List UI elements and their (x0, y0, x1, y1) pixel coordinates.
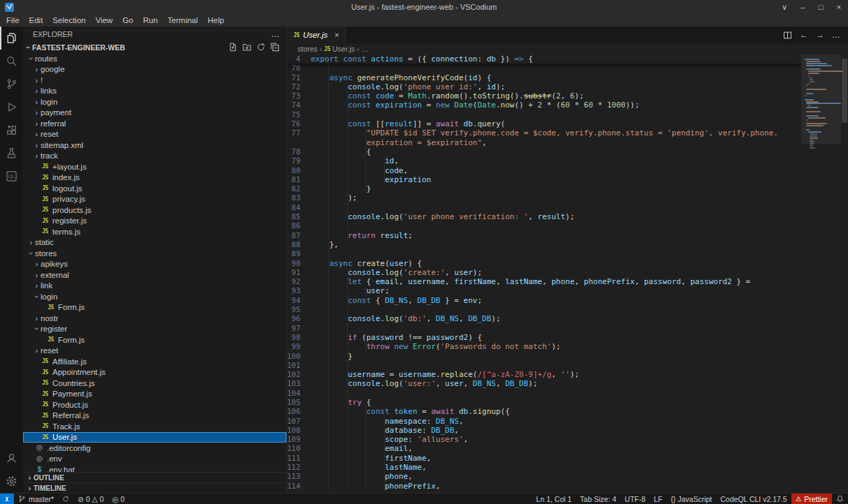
minimize-button[interactable]: – (794, 0, 812, 14)
scrollbar-thumb[interactable] (842, 59, 847, 123)
tree-item[interactable]: JSterms.js (23, 226, 286, 237)
code-line[interactable]: 4export const actions = ({ connection: d… (287, 54, 801, 64)
code-line[interactable]: 70 (287, 64, 801, 73)
code-line[interactable]: 111firstName, (287, 454, 801, 463)
status-item[interactable] (832, 494, 848, 504)
menu-edit[interactable]: Edit (24, 16, 48, 24)
code-line[interactable]: 101 (287, 361, 801, 370)
code-line[interactable]: 71async generatePhoneVerifyCode(id) { (287, 73, 801, 82)
menu-view[interactable]: View (91, 16, 118, 24)
code-line[interactable]: 75 (287, 110, 801, 119)
tree-item[interactable]: JSCountries.js (23, 378, 286, 389)
menu-selection[interactable]: Selection (47, 16, 90, 24)
new-folder-icon[interactable] (242, 43, 251, 52)
status-item-prettier[interactable]: ⚠Prettier (791, 494, 832, 504)
tree-item[interactable]: ›link (23, 281, 286, 292)
code-line[interactable]: 86 (287, 221, 801, 230)
tree-item[interactable]: JSindex.js (23, 172, 286, 184)
code-line[interactable]: 92let { email, username, firstName, last… (287, 277, 801, 286)
code-line[interactable]: 82} (287, 184, 801, 193)
close-icon[interactable]: × (335, 31, 339, 39)
tree-item[interactable]: JSAppointment.js (23, 367, 286, 378)
tree-item[interactable]: .env (23, 454, 286, 465)
code-line[interactable]: expiration = $expiration", (287, 138, 801, 147)
tree-item[interactable]: JSprivacy.js (23, 194, 286, 205)
code-line[interactable]: 72console.log('phone user id:', id); (287, 82, 801, 91)
code-line[interactable]: 85console.log('user phone verification: … (287, 212, 801, 221)
breadcrumb-item[interactable]: stores (298, 45, 318, 53)
status-item-codeql-cli-v2-17-5[interactable]: CodeQL CLI v2.17.5 (716, 494, 791, 504)
code-line[interactable]: 87return result; (287, 231, 801, 240)
code-line[interactable]: 88}, (287, 240, 801, 249)
editor-scrollbar[interactable] (841, 54, 848, 493)
code-line[interactable]: 78{ (287, 147, 801, 156)
tree-item[interactable]: JSproducts.js (23, 205, 286, 216)
code-line[interactable]: 79id, (287, 156, 801, 165)
code-line[interactable]: 114phonePrefix, (287, 482, 801, 491)
tree-item[interactable]: JSForm.js (23, 302, 286, 313)
code-line[interactable]: 96console.log('db:', DB_NS, DB_DB); (287, 314, 801, 323)
code-line[interactable]: 106const token = await db.signup({ (287, 407, 801, 416)
project-section-header[interactable]: › FASTEST-ENGINEER-WEB (23, 41, 286, 53)
code-line[interactable]: 98if (password !== password2) { (287, 333, 801, 342)
code-line[interactable]: 77"UPDATE $id SET verify.phone.code = $c… (287, 128, 801, 138)
status-item[interactable] (0, 494, 14, 504)
status-item-lf[interactable]: LF (650, 494, 666, 504)
code-line[interactable]: 73const code = Math.random().toString().… (287, 91, 801, 101)
files-icon[interactable] (0, 27, 23, 50)
code-line[interactable]: 74const expiration = new Date(Date.now()… (287, 101, 801, 110)
code-line[interactable]: 109scope: 'allusers', (287, 435, 801, 444)
status-item-utf-8[interactable]: UTF-8 (620, 494, 650, 504)
tree-item[interactable]: JSUser.js (23, 432, 286, 443)
refresh-icon[interactable] (256, 43, 265, 52)
code-line[interactable]: 108database: DB_DB, (287, 426, 801, 435)
code-line[interactable]: 80code, (287, 166, 801, 175)
status-item-ln-1-col-1[interactable]: Ln 1, Col 1 (532, 494, 576, 504)
code-line[interactable]: 76const [[result]] = await db.query( (287, 119, 801, 128)
code-line[interactable]: 102username = username.replace(/[^a-zA-Z… (287, 370, 801, 379)
code-line[interactable]: 83); (287, 193, 801, 202)
tree-item[interactable]: ›google (23, 64, 286, 75)
menu-help[interactable]: Help (203, 16, 229, 24)
tree-item[interactable]: ›stores (23, 248, 286, 259)
code-line[interactable]: 113phone, (287, 472, 801, 481)
codeql-icon[interactable]: QL (0, 165, 23, 188)
code-editor[interactable]: 4export const actions = ({ connection: d… (287, 54, 801, 493)
tree-item[interactable]: ›static (23, 237, 286, 249)
new-file-icon[interactable] (228, 43, 237, 52)
tree-item[interactable]: ›external (23, 269, 286, 281)
tree-item[interactable]: JSPayment.js (23, 389, 286, 400)
status-item[interactable] (58, 494, 73, 504)
navigate-forward-icon[interactable]: → (816, 30, 824, 40)
tree-item[interactable]: ›login (23, 291, 286, 302)
status-item-tab-size-4[interactable]: Tab Size: 4 (576, 494, 620, 504)
tree-item[interactable]: ›! (23, 75, 286, 86)
code-line[interactable]: 103console.log('user:', user, DB_NS, DB_… (287, 379, 801, 388)
tree-item[interactable]: JSTrack.js (23, 421, 286, 432)
tree-item[interactable]: JSAffiliate.js (23, 356, 286, 367)
status-item--0[interactable]: ◎ 0 (108, 494, 129, 504)
tree-item[interactable]: ›referral (23, 118, 286, 129)
maximize-button[interactable]: □ (812, 0, 830, 14)
code-line[interactable]: 112lastName, (287, 463, 801, 472)
code-line[interactable]: 90async create(user) { (287, 259, 801, 268)
more-actions-icon[interactable]: … (832, 30, 840, 40)
testing-icon[interactable] (0, 142, 23, 165)
code-line[interactable]: 89 (287, 249, 801, 258)
code-line[interactable]: 95 (287, 305, 801, 314)
code-line[interactable]: 99throw new Error('Passwords do not matc… (287, 342, 801, 351)
status-item--javascript[interactable]: {} JavaScript (666, 494, 716, 504)
code-line[interactable]: 107namespace: DB_NS, (287, 417, 801, 426)
menu-terminal[interactable]: Terminal (163, 16, 203, 24)
chevron-down-button[interactable]: ∨ (775, 0, 794, 14)
code-line[interactable]: 100} (287, 352, 801, 361)
tree-item[interactable]: JSForm.js (23, 334, 286, 346)
code-line[interactable]: 105try { (287, 398, 801, 407)
section-timeline[interactable]: ›TIMELINE (23, 482, 286, 493)
breadcrumb-item[interactable]: JSUser.js (324, 45, 355, 53)
tree-item[interactable]: ›nostr (23, 313, 286, 324)
run-debug-icon[interactable] (0, 96, 23, 119)
tree-item[interactable]: .editorconfig (23, 443, 286, 454)
source-control-icon[interactable] (0, 73, 23, 96)
tab-userjs[interactable]: JS User.js × (287, 27, 346, 43)
